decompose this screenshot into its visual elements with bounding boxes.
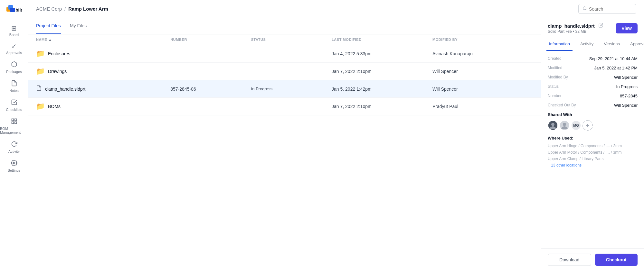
avatar bbox=[548, 120, 558, 131]
sidebar: bild ⊞ Board ✓ Approvals Packages Notes bbox=[0, 0, 28, 271]
settings-icon bbox=[11, 160, 17, 167]
breadcrumb: ACME Corp / Ramp Lower Arm bbox=[36, 6, 108, 12]
panel-title-row: clamp_handle.sldprt bbox=[548, 23, 616, 29]
sidebar-item-approvals[interactable]: ✓ Approvals bbox=[0, 40, 28, 58]
svg-point-12 bbox=[551, 123, 554, 126]
bom-icon bbox=[11, 118, 17, 125]
table-header: NAME ▲ NUMBER STATUS LAST MODIFIED MODIF… bbox=[28, 34, 541, 45]
svg-rect-2 bbox=[10, 8, 15, 12]
avatar-mg: MG bbox=[571, 120, 581, 131]
sidebar-item-packages[interactable]: Packages bbox=[0, 58, 28, 77]
svg-rect-5 bbox=[14, 119, 16, 121]
sort-asc-icon: ▲ bbox=[49, 38, 52, 41]
sidebar-item-bom-management[interactable]: BOM Management bbox=[0, 115, 28, 138]
panel-tab-activity[interactable]: Activity bbox=[578, 38, 596, 51]
sidebar-item-settings[interactable]: Settings bbox=[0, 157, 28, 176]
table-row[interactable]: 📁 Enclosures — — Jan 4, 2022 5:33pm Avin… bbox=[28, 45, 541, 63]
folder-icon: 📁 bbox=[36, 50, 45, 58]
file-name-cell: clamp_handle.sldprt bbox=[36, 85, 170, 93]
cell-number: — bbox=[170, 69, 251, 74]
panel-header: clamp_handle.sldprt Solid Part File • 32… bbox=[541, 18, 644, 38]
info-value-created: Sep 29, 2021 at 10:44 AM bbox=[589, 56, 638, 61]
table-row[interactable]: 📁 BOMs — — Jan 7, 2022 2:10pm Pradyut Pa… bbox=[28, 98, 541, 115]
cell-number: — bbox=[170, 104, 251, 109]
tab-project-files[interactable]: Project Files bbox=[36, 18, 61, 34]
svg-point-9 bbox=[583, 7, 586, 10]
col-header-name-label: NAME bbox=[36, 38, 47, 41]
panel-footer: Download Checkout bbox=[541, 248, 644, 271]
sidebar-item-board[interactable]: ⊞ Board bbox=[0, 22, 28, 40]
panel-file-subtitle: Solid Part File • 32 MB bbox=[548, 29, 616, 34]
add-shared-user-button[interactable]: + bbox=[582, 120, 593, 131]
sidebar-label-notes: Notes bbox=[9, 89, 19, 93]
cell-last-modified: Jan 7, 2022 2:10pm bbox=[332, 69, 432, 74]
sidebar-item-checklists[interactable]: Checklists bbox=[0, 96, 28, 115]
panel-tab-information[interactable]: Information bbox=[546, 38, 573, 51]
info-label-checked-out: Checked Out By bbox=[548, 103, 576, 107]
info-value-status: In Progress bbox=[616, 84, 638, 89]
view-button[interactable]: View bbox=[616, 23, 638, 33]
shared-avatars: MG + bbox=[548, 120, 638, 131]
panel-content: Created Sep 29, 2021 at 10:44 AM Modifie… bbox=[541, 51, 644, 248]
panel-file-name: clamp_handle.sldprt bbox=[548, 23, 595, 29]
tab-my-files[interactable]: My Files bbox=[70, 18, 87, 34]
cell-modified-by: Pradyut Paul bbox=[432, 104, 533, 109]
info-row-created: Created Sep 29, 2021 at 10:44 AM bbox=[548, 56, 638, 61]
panel-tab-approvals[interactable]: Approvals bbox=[628, 38, 644, 51]
file-name-cell: 📁 Drawings bbox=[36, 67, 170, 76]
cell-status: — bbox=[251, 104, 332, 109]
board-icon: ⊞ bbox=[11, 25, 17, 32]
info-row-modified: Modified Jan 5, 2022 at 1:42 PM bbox=[548, 66, 638, 70]
where-used-section: Where Used: Upper Arm Hinge / Components… bbox=[548, 136, 638, 167]
info-label-modified: Modified bbox=[548, 66, 562, 70]
panel-tab-versions[interactable]: Versions bbox=[601, 38, 622, 51]
info-row-status: Status In Progress bbox=[548, 84, 638, 89]
sidebar-label-settings: Settings bbox=[8, 168, 21, 172]
table-row[interactable]: 📁 Drawings — — Jan 7, 2022 2:10pm Will S… bbox=[28, 63, 541, 80]
checklists-icon bbox=[11, 99, 17, 106]
right-panel: clamp_handle.sldprt Solid Part File • 32… bbox=[541, 18, 644, 271]
where-used-item: Upper Arm Motor / Components / .... / 3m… bbox=[548, 150, 638, 155]
col-header-name: NAME ▲ bbox=[36, 38, 170, 41]
shared-with-section: Shared With bbox=[548, 112, 638, 131]
checkout-button[interactable]: Checkout bbox=[595, 254, 638, 266]
sidebar-label-packages: Packages bbox=[6, 70, 22, 74]
cell-number: — bbox=[170, 51, 251, 56]
svg-rect-6 bbox=[14, 122, 16, 124]
file-name: Enclosures bbox=[48, 51, 70, 56]
download-button[interactable]: Download bbox=[548, 254, 591, 266]
shared-with-title: Shared With bbox=[548, 112, 638, 117]
file-name: BOMs bbox=[48, 104, 61, 109]
panel-header-left: clamp_handle.sldprt Solid Part File • 32… bbox=[548, 23, 616, 34]
info-label-number: Number bbox=[548, 94, 562, 98]
file-table: NAME ▲ NUMBER STATUS LAST MODIFIED MODIF… bbox=[28, 34, 541, 115]
edit-icon[interactable] bbox=[599, 23, 603, 29]
svg-point-8 bbox=[13, 162, 15, 164]
sidebar-item-notes[interactable]: Notes bbox=[0, 77, 28, 96]
approvals-icon: ✓ bbox=[11, 43, 17, 50]
more-locations-link[interactable]: + 13 other locations bbox=[548, 163, 638, 167]
cell-number: 857-2845-06 bbox=[170, 86, 251, 92]
search-input[interactable] bbox=[589, 6, 632, 12]
folder-icon: 📁 bbox=[36, 67, 45, 76]
search-box[interactable] bbox=[578, 4, 636, 14]
file-name-cell: 📁 BOMs bbox=[36, 102, 170, 111]
cell-status: In Progress bbox=[251, 86, 332, 91]
activity-icon bbox=[11, 141, 17, 148]
file-browser: Project Files My Files NAME ▲ NUMBER STA… bbox=[28, 18, 541, 271]
breadcrumb-project: Ramp Lower Arm bbox=[68, 6, 108, 12]
svg-rect-4 bbox=[12, 119, 14, 121]
search-icon bbox=[582, 6, 587, 12]
file-name-cell: 📁 Enclosures bbox=[36, 50, 170, 58]
file-tabs: Project Files My Files bbox=[28, 18, 541, 34]
where-used-title: Where Used: bbox=[548, 136, 638, 140]
svg-text:bild: bild bbox=[15, 7, 22, 13]
sidebar-item-activity[interactable]: Activity bbox=[0, 138, 28, 157]
table-row[interactable]: clamp_handle.sldprt 857-2845-06 In Progr… bbox=[28, 80, 541, 98]
info-label-status: Status bbox=[548, 84, 559, 89]
breadcrumb-org: ACME Corp bbox=[36, 6, 62, 12]
sidebar-label-bom: BOM Management bbox=[0, 127, 28, 134]
cell-last-modified: Jan 5, 2022 1:42pm bbox=[332, 86, 432, 92]
sidebar-label-board: Board bbox=[9, 33, 19, 37]
breadcrumb-separator: / bbox=[64, 6, 66, 12]
